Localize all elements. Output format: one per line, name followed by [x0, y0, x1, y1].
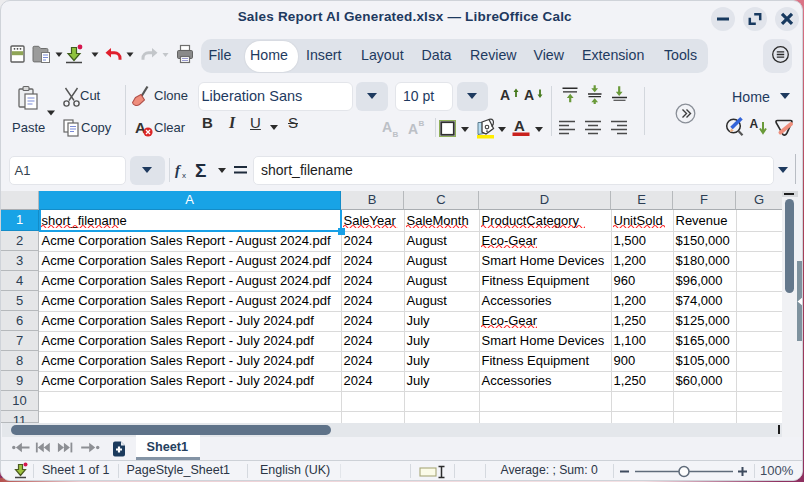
- svg-text:A: A: [524, 87, 534, 103]
- svg-text:A: A: [382, 119, 392, 135]
- svg-text:x: x: [182, 171, 186, 180]
- svg-text:f: f: [175, 162, 182, 178]
- svg-text:A: A: [408, 121, 418, 137]
- svg-text:A: A: [500, 87, 510, 103]
- svg-text:A: A: [514, 117, 525, 134]
- svg-text:Σ: Σ: [195, 160, 206, 181]
- svg-text:B: B: [393, 130, 399, 139]
- svg-text:B: B: [419, 119, 425, 128]
- svg-text:A: A: [750, 117, 759, 131]
